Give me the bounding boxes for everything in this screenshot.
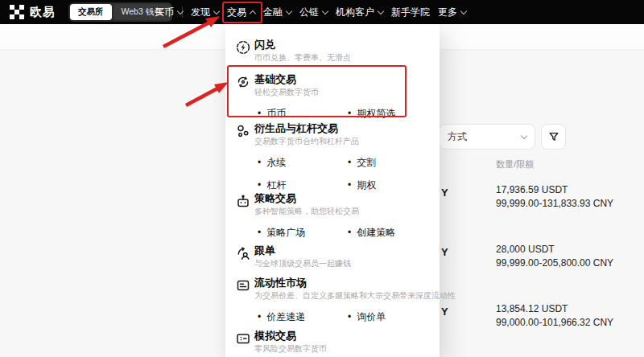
nav-item-finance[interactable]: 金融 bbox=[263, 6, 291, 19]
menu-item-subtitle: 轻松交易数字货币 bbox=[254, 87, 440, 98]
chevron-down-icon bbox=[521, 132, 527, 138]
top-navbar: 欧易 交易所 Web3 钱包 买币 发现 交易 金融 公链 机构客户 新手学院 … bbox=[0, 0, 644, 24]
nav-item-institutions[interactable]: 机构客户 bbox=[336, 6, 383, 19]
okx-logo-text: 欧易 bbox=[30, 5, 56, 20]
okx-logo[interactable]: 欧易 bbox=[10, 5, 56, 20]
chevron-down-icon bbox=[213, 7, 220, 14]
robot-icon bbox=[235, 193, 251, 209]
nav-item-public-chain[interactable]: 公链 bbox=[299, 6, 328, 19]
nav-item-more[interactable]: 更多 bbox=[438, 6, 466, 19]
okx-trade-menu-screenshot: 欧易 交易所 Web3 钱包 买币 发现 交易 金融 公链 机构客户 新手学院 … bbox=[0, 0, 644, 357]
menu-link-spot[interactable]: 币币 bbox=[258, 107, 348, 120]
demo-icon bbox=[235, 330, 251, 347]
liquidity-icon bbox=[235, 277, 251, 293]
menu-section-demo-trading[interactable]: 模拟交易 零风险交易数字货币 bbox=[225, 330, 440, 355]
menu-item-title[interactable]: 闪兑 bbox=[254, 39, 440, 51]
molecule-icon bbox=[235, 123, 251, 139]
navbar-menu: 买币 发现 交易 金融 公链 机构客户 新手学院 更多 bbox=[155, 0, 466, 24]
menu-item-subtitle: 与全球顶级交易员一起赚钱 bbox=[254, 258, 440, 269]
menu-section-copy-trading[interactable]: 跟单 与全球顶级交易员一起赚钱 bbox=[225, 244, 440, 269]
menu-item-title[interactable]: 流动性市场 bbox=[254, 277, 440, 289]
menu-item-title[interactable]: 策略交易 bbox=[254, 192, 440, 205]
chevron-down-icon bbox=[322, 7, 328, 14]
toggle-exchange-button[interactable]: 交易所 bbox=[70, 4, 112, 20]
price-fragment: Y bbox=[441, 187, 448, 199]
menu-link-easy-options[interactable]: 期权简选 bbox=[348, 107, 438, 120]
payment-method-select-value: 方式 bbox=[448, 130, 467, 144]
funnel-icon bbox=[547, 130, 560, 143]
menu-item-title[interactable]: 模拟交易 bbox=[254, 330, 440, 343]
copy-trade-icon bbox=[235, 245, 251, 261]
menu-item-subtitle: 多种智能策略，助您轻松交易 bbox=[254, 206, 440, 217]
okx-logo-icon bbox=[10, 5, 24, 19]
chevron-down-icon bbox=[378, 7, 384, 14]
amount-limit-cell: 13,854.12 USDT 99,000.00-101,966.32 CNY bbox=[496, 302, 613, 330]
annotation-arrow-to-basic-trading bbox=[186, 82, 229, 105]
menu-link-nitro-spreads[interactable]: 价差速递 bbox=[258, 310, 348, 323]
filter-button[interactable] bbox=[541, 124, 566, 150]
menu-item-subtitle: 交易数字货币合约和杠杆产品 bbox=[254, 136, 440, 147]
menu-link-futures[interactable]: 交割 bbox=[348, 156, 438, 169]
menu-section-basic-trading[interactable]: 基础交易 轻松交易数字货币 币币 期权简选 bbox=[225, 73, 440, 129]
menu-link-perpetual[interactable]: 永续 bbox=[258, 156, 348, 169]
chevron-down-icon bbox=[460, 7, 467, 14]
amount-limit-column-header: 数量/限额 bbox=[496, 158, 534, 170]
convert-icon bbox=[235, 74, 251, 90]
lightning-icon bbox=[235, 39, 251, 55]
chevron-down-icon bbox=[177, 7, 184, 14]
price-fragment: Y bbox=[441, 246, 448, 258]
nav-item-discover[interactable]: 发现 bbox=[191, 6, 219, 19]
menu-link-strategy-square[interactable]: 策略广场 bbox=[258, 226, 348, 239]
payment-method-select[interactable]: 方式 bbox=[439, 124, 535, 150]
menu-section-liquidity-marketplace[interactable]: 流动性市场 为交易价差、自定义多腿策略和大宗交易带来深度流动性 价差速递 询价单 bbox=[225, 277, 440, 333]
amount-limit-cell: 28,000 USDT 99,999.00-205,800.00 CNY bbox=[496, 243, 613, 270]
menu-item-subtitle: 为交易价差、自定义多腿策略和大宗交易带来深度流动性 bbox=[254, 290, 440, 302]
menu-item-title[interactable]: 基础交易 bbox=[254, 73, 440, 86]
menu-item-title[interactable]: 衍生品与杠杆交易 bbox=[254, 122, 440, 135]
menu-link-options[interactable]: 期权 bbox=[348, 178, 438, 191]
chevron-up-icon bbox=[250, 10, 256, 16]
chevron-down-icon bbox=[286, 7, 292, 14]
menu-item-title[interactable]: 跟单 bbox=[254, 244, 440, 257]
nav-item-academy[interactable]: 新手学院 bbox=[391, 6, 430, 19]
menu-link-create-strategy[interactable]: 创建策略 bbox=[348, 226, 438, 239]
menu-item-subtitle: 零风险交易数字货币 bbox=[254, 343, 440, 355]
nav-item-trade[interactable]: 交易 bbox=[227, 6, 255, 19]
trade-dropdown-menu: 闪兑 币币兑换、零费率、无滑点 基础交易 轻松交易数字货币 币币 期权简选 衍生… bbox=[225, 24, 440, 357]
menu-item-subtitle: 币币兑换、零费率、无滑点 bbox=[254, 52, 440, 64]
price-fragment: Y bbox=[441, 306, 448, 318]
menu-section-convert[interactable]: 闪兑 币币兑换、零费率、无滑点 bbox=[225, 39, 440, 64]
amount-limit-cell: 17,936.59 USDT 99,999.00-131,833.93 CNY bbox=[496, 183, 613, 211]
menu-link-rfq[interactable]: 询价单 bbox=[348, 310, 438, 323]
nav-item-buy-crypto[interactable]: 买币 bbox=[155, 6, 183, 19]
menu-link-margin[interactable]: 杠杆 bbox=[258, 178, 348, 191]
menu-section-derivatives[interactable]: 衍生品与杠杆交易 交易数字货币合约和杠杆产品 永续 交割 杠杆 期权 bbox=[225, 122, 440, 201]
menu-section-strategy-trading[interactable]: 策略交易 多种智能策略，助您轻松交易 策略广场 创建策略 bbox=[225, 192, 440, 248]
